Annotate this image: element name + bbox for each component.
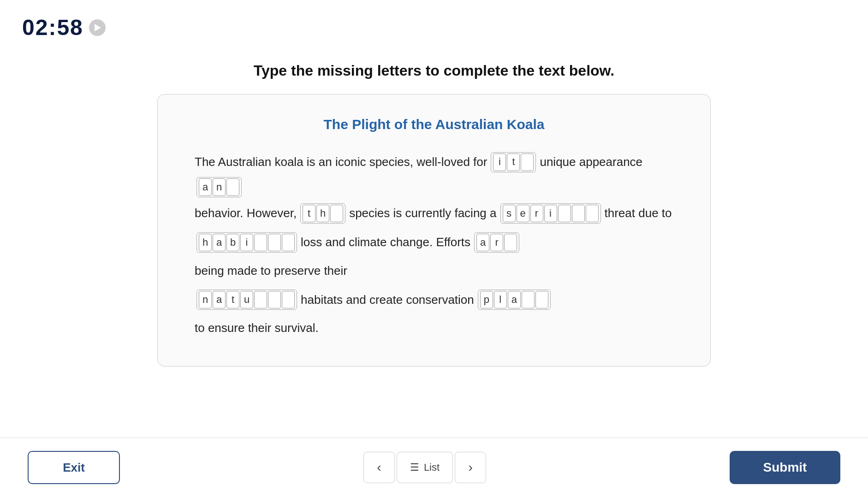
text-segment: The Australian koala is an iconic specie…	[195, 149, 487, 175]
letter-cell[interactable]: e	[517, 205, 529, 222]
text-segment: habitats and create conservation	[301, 287, 474, 313]
hamburger-icon	[410, 462, 419, 473]
text-segment: behavior. However,	[195, 200, 297, 226]
passage-line-2: behavior. However, t h species is curren…	[195, 200, 673, 226]
letter-cell[interactable]	[522, 291, 535, 308]
letter-cell[interactable]	[558, 205, 571, 222]
letter-cell[interactable]	[572, 205, 585, 222]
timer-area: 02:58	[0, 0, 868, 40]
letter-cell[interactable]: u	[240, 291, 253, 308]
letter-cell[interactable]	[254, 234, 267, 251]
exit-button[interactable]: Exit	[28, 451, 120, 484]
text-segment: threat due to	[605, 200, 672, 226]
letter-cell[interactable]: p	[480, 291, 493, 308]
word-input-5[interactable]: h a b i	[196, 232, 297, 253]
letter-cell[interactable]: t	[507, 154, 520, 171]
prev-button[interactable]: ‹	[363, 452, 395, 483]
letter-cell[interactable]: a	[476, 234, 489, 251]
letter-cell[interactable]	[586, 205, 599, 222]
word-input-1[interactable]: i t	[491, 152, 536, 172]
letter-cell[interactable]: b	[226, 234, 239, 251]
next-button[interactable]: ›	[455, 452, 486, 483]
card-title: The Plight of the Australian Koala	[195, 117, 673, 132]
letter-cell[interactable]: h	[316, 205, 329, 222]
letter-cell[interactable]: n	[213, 178, 226, 196]
letter-cell[interactable]: a	[199, 178, 212, 196]
letter-cell[interactable]: i	[544, 205, 557, 222]
passage-line-3: h a b i loss and climate change. Efforts…	[195, 229, 673, 284]
bottom-bar: Exit ‹ List › Submit	[0, 438, 868, 497]
letter-cell[interactable]: t	[303, 205, 315, 222]
letter-cell[interactable]	[254, 291, 267, 308]
submit-button[interactable]: Submit	[730, 451, 840, 484]
letter-cell[interactable]	[521, 154, 534, 171]
letter-cell[interactable]: r	[490, 234, 503, 251]
nav-group: ‹ List ›	[363, 452, 486, 483]
text-segment: loss and climate change. Efforts	[301, 229, 470, 255]
letter-cell[interactable]	[268, 291, 281, 308]
passage-line-1: The Australian koala is an iconic specie…	[195, 149, 673, 197]
instruction-text: Type the missing letters to complete the…	[0, 62, 868, 79]
passage-line-4: n a t u habitats and create conservation…	[195, 287, 673, 341]
letter-cell[interactable]	[226, 178, 239, 196]
letter-cell[interactable]	[535, 291, 548, 308]
letter-cell[interactable]	[330, 205, 343, 222]
word-input-8[interactable]: p l a	[478, 290, 551, 310]
list-button[interactable]: List	[397, 452, 453, 483]
text-segment: being made to preserve their	[195, 258, 347, 284]
letter-cell[interactable]: t	[226, 291, 239, 308]
letter-cell[interactable]: s	[503, 205, 516, 222]
letter-cell[interactable]: a	[508, 291, 521, 308]
text-card: The Plight of the Australian Koala The A…	[157, 94, 711, 367]
letter-cell[interactable]	[268, 234, 281, 251]
passage: The Australian koala is an iconic specie…	[195, 149, 673, 341]
letter-cell[interactable]	[282, 234, 295, 251]
timer-display: 02:58	[22, 15, 83, 40]
letter-cell[interactable]: r	[530, 205, 543, 222]
text-segment: unique appearance	[540, 149, 642, 175]
letter-cell[interactable]: a	[213, 234, 226, 251]
play-button[interactable]	[89, 19, 106, 36]
letter-cell[interactable]: i	[493, 154, 506, 171]
word-input-6[interactable]: a r	[474, 232, 519, 253]
text-segment: to ensure their survival.	[195, 315, 319, 341]
word-input-7[interactable]: n a t u	[196, 290, 297, 310]
letter-cell[interactable]	[282, 291, 295, 308]
word-input-2[interactable]: a n	[196, 177, 242, 197]
list-label: List	[424, 462, 440, 473]
letter-cell[interactable]: a	[213, 291, 226, 308]
letter-cell[interactable]: i	[240, 234, 253, 251]
letter-cell[interactable]: h	[199, 234, 212, 251]
main-content: The Plight of the Australian Koala The A…	[0, 94, 868, 438]
word-input-3[interactable]: t h	[300, 203, 345, 224]
word-input-4[interactable]: s e r i	[500, 203, 601, 224]
letter-cell[interactable]: n	[199, 291, 212, 308]
text-segment: species is currently facing a	[349, 200, 496, 226]
letter-cell[interactable]: l	[494, 291, 507, 308]
letter-cell[interactable]	[504, 234, 517, 251]
